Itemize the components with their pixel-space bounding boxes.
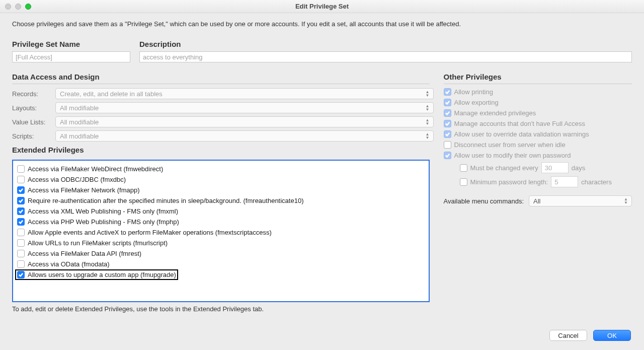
- extended-privilege-checkbox[interactable]: [17, 197, 25, 204]
- other-privileges-heading: Other Privileges: [444, 73, 632, 84]
- extended-privilege-row[interactable]: Allows users to upgrade a custom app (fm…: [15, 269, 178, 280]
- modify-password-label: Allow user to modify their own password: [454, 152, 571, 159]
- records-select[interactable]: Create, edit, and delete in all tables ▲…: [55, 88, 434, 99]
- records-label: Records:: [12, 90, 55, 98]
- extended-privilege-checkbox[interactable]: [17, 186, 25, 194]
- disconnect-idle-label: Disconnect user from server when idle: [454, 141, 566, 149]
- extended-privilege-label: Require re-authentication after the spec…: [28, 197, 303, 204]
- manage-accounts-label: Manage accounts that don't have Full Acc…: [454, 120, 585, 127]
- extended-privilege-row[interactable]: Access via ODBC/JDBC (fmxdbc): [15, 174, 427, 185]
- extended-privileges-caption: To add, edit or delete Extended Privileg…: [12, 305, 434, 313]
- manage-ext-label: Manage extended privileges: [454, 109, 536, 117]
- manage-accounts-checkbox[interactable]: [444, 120, 451, 127]
- extended-privilege-checkbox[interactable]: [17, 239, 25, 247]
- allow-printing-row[interactable]: Allow printing: [444, 88, 632, 96]
- value-lists-select[interactable]: All modifiable ▲▼: [55, 116, 434, 127]
- extended-privilege-row[interactable]: Require re-authentication after the spec…: [15, 195, 427, 206]
- stepper-icon: ▲▼: [622, 196, 629, 205]
- extended-privilege-label: Access via FileMaker Data API (fmrest): [28, 250, 141, 257]
- scripts-select-value: All modifiable: [60, 132, 99, 140]
- extended-privilege-checkbox[interactable]: [17, 250, 25, 257]
- extended-privilege-checkbox[interactable]: [17, 271, 25, 278]
- extended-privilege-label: Access via FileMaker WebDirect (fmwebdir…: [28, 165, 163, 173]
- privilege-set-name-input[interactable]: [12, 51, 130, 62]
- stepper-icon: ▲▼: [424, 117, 431, 126]
- override-validation-label: Allow user to override data validation w…: [454, 130, 589, 138]
- override-validation-row[interactable]: Allow user to override data validation w…: [444, 130, 632, 138]
- must-change-label: Must be changed every: [470, 164, 538, 172]
- extended-privileges-heading: Extended Privileges: [12, 146, 430, 157]
- stepper-icon: ▲▼: [424, 103, 431, 112]
- extended-privilege-row[interactable]: Access via PHP Web Publishing - FMS only…: [15, 217, 427, 227]
- extended-privilege-row[interactable]: Access via FileMaker Network (fmapp): [15, 185, 427, 195]
- cancel-button[interactable]: Cancel: [549, 330, 587, 341]
- layouts-label: Layouts:: [12, 104, 55, 112]
- extended-privilege-label: Allow Apple events and ActiveX to perfor…: [28, 229, 272, 236]
- override-validation-checkbox[interactable]: [444, 130, 451, 138]
- must-change-checkbox[interactable]: [460, 164, 467, 172]
- disconnect-idle-checkbox[interactable]: [444, 141, 451, 149]
- extended-privilege-checkbox[interactable]: [17, 165, 25, 173]
- description-label: Description: [139, 40, 632, 48]
- menu-commands-label: Available menu commands:: [444, 197, 524, 205]
- min-length-label: Minimum password length:: [470, 178, 548, 186]
- titlebar: Edit Privilege Set: [0, 0, 644, 13]
- ok-button[interactable]: OK: [593, 330, 631, 341]
- extended-privilege-label: Allow URLs to run FileMaker scripts (fmu…: [28, 239, 168, 247]
- extended-privilege-row[interactable]: Access via XML Web Publishing - FMS only…: [15, 206, 427, 217]
- allow-exporting-label: Allow exporting: [454, 99, 499, 106]
- menu-commands-value: All: [533, 197, 540, 205]
- allow-exporting-checkbox[interactable]: [444, 99, 451, 106]
- window-title: Edit Privilege Set: [0, 3, 644, 10]
- extended-privilege-row[interactable]: Access via OData (fmodata): [15, 259, 427, 269]
- min-length-row[interactable]: Minimum password length: characters: [460, 176, 632, 187]
- modify-password-checkbox[interactable]: [444, 152, 451, 159]
- extended-privilege-row[interactable]: Allow Apple events and ActiveX to perfor…: [15, 227, 427, 238]
- extended-privilege-label: Access via XML Web Publishing - FMS only…: [28, 207, 178, 215]
- privilege-set-name-label: Privilege Set Name: [12, 40, 130, 48]
- extended-privilege-checkbox[interactable]: [17, 218, 25, 226]
- must-change-input[interactable]: [541, 162, 569, 173]
- manage-accounts-row[interactable]: Manage accounts that don't have Full Acc…: [444, 120, 632, 127]
- scripts-select[interactable]: All modifiable ▲▼: [55, 130, 434, 142]
- must-change-suffix: days: [572, 164, 585, 172]
- extended-privilege-row[interactable]: Access via FileMaker WebDirect (fmwebdir…: [15, 164, 427, 174]
- extended-privilege-checkbox[interactable]: [17, 229, 25, 236]
- intro-text: Choose privileges and save them as a "Pr…: [12, 20, 632, 28]
- description-input[interactable]: [139, 51, 632, 62]
- allow-exporting-row[interactable]: Allow exporting: [444, 99, 632, 106]
- extended-privileges-list[interactable]: Access via FileMaker WebDirect (fmwebdir…: [12, 160, 430, 302]
- extended-privilege-checkbox[interactable]: [17, 260, 25, 268]
- extended-privilege-checkbox[interactable]: [17, 176, 25, 183]
- extended-privilege-label: Access via ODBC/JDBC (fmxdbc): [28, 176, 126, 183]
- stepper-icon: ▲▼: [424, 89, 431, 98]
- extended-privilege-label: Access via FileMaker Network (fmapp): [28, 186, 140, 194]
- allow-printing-label: Allow printing: [454, 88, 493, 96]
- min-length-checkbox[interactable]: [460, 178, 467, 186]
- modify-password-row[interactable]: Allow user to modify their own password: [444, 152, 632, 159]
- min-length-input[interactable]: [551, 176, 578, 187]
- extended-privilege-row[interactable]: Allow URLs to run FileMaker scripts (fmu…: [15, 238, 427, 248]
- allow-printing-checkbox[interactable]: [444, 88, 451, 96]
- must-change-row[interactable]: Must be changed every days: [460, 162, 632, 173]
- extended-privilege-row[interactable]: Access via FileMaker Data API (fmrest): [15, 248, 427, 259]
- layouts-select-value: All modifiable: [60, 104, 99, 112]
- extended-privilege-label: Access via OData (fmodata): [28, 260, 110, 268]
- stepper-icon: ▲▼: [424, 131, 431, 141]
- extended-privilege-label: Allows users to upgrade a custom app (fm…: [28, 271, 176, 278]
- data-access-heading: Data Access and Design: [12, 73, 430, 84]
- scripts-label: Scripts:: [12, 132, 55, 140]
- extended-privilege-checkbox[interactable]: [17, 207, 25, 215]
- value-lists-label: Value Lists:: [12, 118, 55, 126]
- extended-privilege-label: Access via PHP Web Publishing - FMS only…: [28, 218, 179, 226]
- manage-ext-priv-row[interactable]: Manage extended privileges: [444, 109, 632, 117]
- disconnect-idle-row[interactable]: Disconnect user from server when idle: [444, 141, 632, 149]
- min-length-suffix: characters: [581, 178, 612, 186]
- manage-ext-checkbox[interactable]: [444, 109, 451, 117]
- value-lists-select-value: All modifiable: [60, 118, 99, 126]
- menu-commands-select[interactable]: All ▲▼: [529, 195, 632, 206]
- records-select-value: Create, edit, and delete in all tables: [60, 90, 163, 98]
- layouts-select[interactable]: All modifiable ▲▼: [55, 102, 434, 113]
